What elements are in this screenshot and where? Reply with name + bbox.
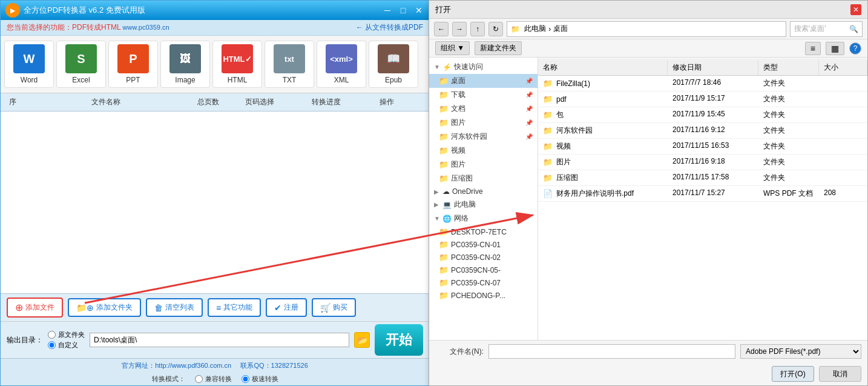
- hedong-label: 河东软件园: [451, 131, 487, 142]
- buy-btn[interactable]: 🛒 购买: [312, 298, 356, 317]
- breadcrumb-bar[interactable]: 📁 此电脑 › 桌面: [507, 21, 786, 37]
- custom-folder-option[interactable]: 自定义: [48, 341, 85, 350]
- filename-input[interactable]: [488, 344, 735, 359]
- search-box[interactable]: 搜索'桌面' 🔍: [790, 21, 863, 37]
- dialog-close-btn[interactable]: ✕: [850, 4, 861, 15]
- file-type-cell: 文件夹: [758, 76, 819, 91]
- tool-html[interactable]: HTML✓ HTML: [212, 41, 262, 88]
- tree-this-pc[interactable]: ▶ 💻 此电脑: [429, 198, 538, 211]
- file-size-cell: 208: [819, 186, 867, 201]
- table-row[interactable]: 📁图片2017/11/16 9:18文件夹: [538, 155, 867, 170]
- nav-up-btn[interactable]: ↑: [470, 22, 485, 36]
- tree-network[interactable]: ▼ 🌐 网络: [429, 211, 538, 225]
- app-title: 全方位PDF转换器 v6.2 免费试用版: [24, 5, 145, 16]
- clear-list-btn[interactable]: 🗑 清空列表: [146, 298, 203, 317]
- excel-icon: S: [77, 52, 85, 66]
- table-row[interactable]: 📁FileZilla(1)2017/7/7 18:46文件夹: [538, 76, 867, 92]
- table-row[interactable]: 📁河东软件园2017/11/16 9:12文件夹: [538, 123, 867, 139]
- col-type-header[interactable]: 类型: [758, 60, 819, 75]
- col-extra: [411, 96, 429, 108]
- tree-desktop-7etc[interactable]: 📁 DESKTOP-7ETC: [429, 225, 538, 238]
- custom-folder-radio[interactable]: [48, 341, 56, 349]
- xml-icon: <xml>: [330, 55, 353, 64]
- tree-hedong[interactable]: 📁 河东软件园 📌: [429, 130, 538, 144]
- tree-onedrive[interactable]: ▶ ☁ OneDrive: [429, 185, 538, 198]
- tree-video[interactable]: 📁 视频: [429, 144, 538, 158]
- table-row[interactable]: 📁压缩图2017/11/15 17:58文件夹: [538, 170, 867, 186]
- table-row[interactable]: 📁pdf2017/11/9 15:17文件夹: [538, 92, 867, 107]
- dialog-content: ▼ ⚡ 快速访问 📁 桌面 📌 📁 下载 📌 📁 文档 📌 📁 图: [429, 58, 867, 340]
- tool-excel[interactable]: S Excel: [56, 41, 106, 88]
- window-minimize-btn[interactable]: ─: [382, 5, 393, 15]
- pc07-label: PC0359-CN-07: [451, 279, 501, 287]
- pin-icon-download: 📌: [525, 92, 533, 98]
- browse-folder-btn[interactable]: 📂: [354, 332, 370, 348]
- tree-pc0359-05[interactable]: 📁 PC0359CN-05-: [429, 264, 538, 276]
- organize-btn[interactable]: 组织 ▼: [435, 41, 470, 55]
- tree-pc0359-02[interactable]: 📁 PC0359-CN-02: [429, 251, 538, 264]
- tree-pchedong[interactable]: 📁 PCHEDONG-P...: [429, 289, 538, 302]
- col-size-header[interactable]: 大小: [819, 60, 867, 75]
- tree-pc0359-07[interactable]: 📁 PC0359-CN-07: [429, 276, 538, 289]
- tool-ppt[interactable]: P PPT: [108, 41, 158, 88]
- start-btn[interactable]: 开始: [375, 324, 423, 356]
- nav-forward-btn[interactable]: →: [452, 22, 467, 36]
- file-size-cell: [819, 123, 867, 138]
- tree-pc0359-01[interactable]: 📁 PC0359-CN-01: [429, 238, 538, 251]
- nav-refresh-btn[interactable]: ↻: [488, 22, 503, 36]
- window-maximize-btn[interactable]: □: [398, 5, 409, 15]
- network-icon: 🌐: [442, 215, 452, 223]
- image-label: Image: [175, 76, 195, 84]
- fast-mode-radio[interactable]: [242, 375, 249, 383]
- pc-expand-icon: ▶: [434, 201, 440, 208]
- tree-compress[interactable]: 📁 压缩图: [429, 171, 538, 185]
- compatible-mode-radio[interactable]: [195, 375, 203, 383]
- video-folder-icon: 📁: [439, 146, 449, 155]
- title-bar: ▶ 全方位PDF转换器 v6.2 免费试用版 ─ □ ✕: [1, 1, 429, 20]
- folder-file-icon: 📁: [543, 110, 553, 119]
- open-btn[interactable]: 打开(O): [772, 366, 814, 382]
- compatible-mode-option[interactable]: 兼容转换: [195, 374, 232, 384]
- view-preview-btn[interactable]: ▦: [826, 42, 844, 55]
- tool-txt[interactable]: txt TXT: [265, 41, 314, 88]
- window-close-btn[interactable]: ✕: [413, 5, 424, 15]
- tree-pictures[interactable]: 📁 图片 📌: [429, 116, 538, 130]
- help-btn[interactable]: ?: [849, 42, 861, 55]
- new-folder-btn[interactable]: 新建文件夹: [475, 41, 522, 55]
- filetype-select[interactable]: Adobe PDF Files(*.pdf): [740, 344, 861, 359]
- table-row[interactable]: 📁视频2017/11/15 16:53文件夹: [538, 139, 867, 155]
- pin-icon-hedong: 📌: [525, 133, 533, 140]
- register-btn[interactable]: ✔ 注册: [266, 298, 307, 317]
- file-name-text: FileZilla(1): [556, 79, 590, 88]
- view-details-btn[interactable]: ≡: [805, 42, 821, 55]
- from-file-convert-btn[interactable]: ← 从文件转换成PDF: [356, 22, 423, 33]
- original-folder-option[interactable]: 原文件夹: [48, 330, 85, 339]
- fast-mode-option[interactable]: 极速转换: [242, 374, 278, 384]
- tool-image[interactable]: 🖼 Image: [160, 41, 210, 88]
- cancel-btn[interactable]: 取消: [819, 366, 861, 382]
- tool-epub[interactable]: 📖 Epub: [369, 41, 418, 88]
- table-row[interactable]: 📁包2017/11/9 15:45文件夹: [538, 107, 867, 123]
- output-dir-bar: 输出目录： 原文件夹 自定义 📂 开始: [1, 321, 429, 358]
- tree-documents[interactable]: 📁 文档 📌: [429, 102, 538, 116]
- table-row[interactable]: 📄财务用户操作说明书.pdf2017/11/7 15:27WPS PDF 文档2…: [538, 186, 867, 202]
- tree-images2[interactable]: 📁 图片: [429, 158, 538, 171]
- dialog-bottom: 文件名(N): Adobe PDF Files(*.pdf) 打开(O) 取消: [429, 340, 867, 385]
- col-name-header[interactable]: 名称: [538, 60, 668, 75]
- tool-word[interactable]: W Word: [4, 41, 54, 88]
- output-path-input[interactable]: [90, 333, 349, 347]
- tool-xml[interactable]: <xml> XML: [317, 41, 366, 88]
- file-size-cell: [819, 139, 867, 154]
- nav-back-btn[interactable]: ←: [434, 22, 449, 36]
- file-size-cell: [819, 107, 867, 122]
- tree-desktop[interactable]: 📁 桌面 📌: [429, 74, 538, 88]
- original-folder-radio[interactable]: [48, 331, 56, 339]
- other-functions-btn[interactable]: ≡ 其它功能: [208, 298, 261, 317]
- tree-quick-access[interactable]: ▼ ⚡ 快速访问: [429, 60, 538, 74]
- add-folder-btn[interactable]: 📁⊕ 添加文件夹: [68, 298, 141, 317]
- tree-downloads[interactable]: 📁 下载 📌: [429, 88, 538, 102]
- col-date-header[interactable]: 修改日期: [668, 60, 758, 75]
- add-file-btn[interactable]: ⊕ 添加文件: [7, 298, 63, 318]
- html-label: HTML: [228, 76, 248, 84]
- open-dialog: 打开 ✕ ← → ↑ ↻ 📁 此电脑 › 桌面 搜索'桌面' 🔍 组织 ▼ 新建…: [429, 0, 868, 386]
